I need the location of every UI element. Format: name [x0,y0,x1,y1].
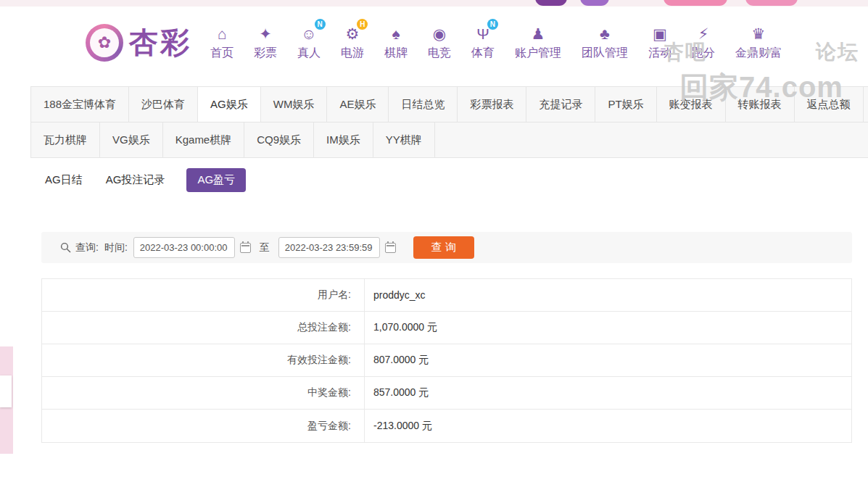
end-time-input[interactable] [278,237,380,258]
tab-item[interactable]: 瓦力棋牌 [31,122,100,157]
row-value: -213.0000 元 [365,410,432,442]
row-value: 857.0000 元 [365,377,429,409]
nav-item[interactable]: ♛ 金鼎财富 [735,24,782,61]
account-management-icon: ♟ [532,26,545,41]
tab-item[interactable]: Kgame棋牌 [163,122,245,157]
nav-badge: N [487,19,498,30]
nav-item-label: 活动 [648,46,671,61]
lottery-ticket-icon: ✦ [259,26,272,41]
table-row: 盈亏金额: -213.0000 元 [42,410,851,442]
start-time-input[interactable] [133,237,235,258]
nav-item[interactable]: ♣ 团队管理 [582,24,628,61]
nav-item-label: 电游 [341,46,364,61]
tab-item[interactable]: 沙巴体育 [129,87,198,122]
top-partial-button[interactable] [664,0,727,6]
query-button[interactable]: 查 询 [413,236,474,259]
tab-item[interactable]: AG娱乐 [198,87,261,122]
tab-item[interactable]: 转账报表 [726,87,795,122]
nav-item-label: 金鼎财富 [735,46,782,61]
tab-item[interactable]: 日结总览 [389,87,458,122]
main-nav: ⌂ 首页 ✦ 彩票 ☺ N 真人 [210,24,782,61]
tab-item[interactable]: 188金宝博体育 [31,87,129,122]
nav-item-label: 账户管理 [515,46,561,61]
query-bar: 查询: 时间: 至 查 询 [41,232,852,263]
nav-item[interactable]: ♟ 账户管理 [515,24,561,61]
nav-item[interactable]: ◉ 电竞 [428,24,451,61]
page: ✿ 杏彩 ⌂ 首页 ✦ 彩票 [0,0,868,490]
table-row: 用户名: proddyc_xc [42,279,851,312]
tabs-row-2: 瓦力棋牌VG娱乐Kgame棋牌CQ9娱乐IM娱乐YY棋牌 [30,122,868,158]
nav-item-label: 跑分 [692,46,715,61]
calendar-icon[interactable] [240,243,251,253]
tab-item[interactable]: 彩票报表 [458,87,526,122]
activity-gift-icon: ▣ [653,26,667,41]
tab-item[interactable]: CQ9娱乐 [244,122,314,157]
tab-item[interactable]: 充提记录 [526,87,595,122]
slot-games-icon: ⚙ [346,26,360,41]
subtab-bar: AG日结AG投注记录AG盈亏 [44,168,868,191]
table-row: 有效投注金额: 807.0000 元 [42,344,851,377]
brand-logo[interactable]: ✿ 杏彩 [86,22,191,62]
subtab-item[interactable]: AG投注记录 [104,168,167,192]
nav-badge: H [357,19,368,30]
row-label: 中奖金额: [42,377,365,409]
nav-item[interactable]: ⚡ 跑分 [692,24,715,61]
row-value: 1,070.0000 元 [365,312,437,344]
subtab-item[interactable]: AG日结 [44,168,84,192]
top-partial-button[interactable] [580,0,609,6]
home-icon: ⌂ [218,26,227,41]
tab-item[interactable]: 账变报表 [657,87,726,122]
tab-item[interactable]: WM娱乐 [261,87,328,122]
subtab-item[interactable]: AG盈亏 [186,168,246,192]
nav-item-label: 彩票 [254,46,277,61]
tab-item[interactable]: IM娱乐 [314,122,373,157]
esports-icon: ◉ [433,26,446,41]
search-icon [60,242,71,253]
wealth-treasure-icon: ♛ [752,26,766,41]
tab-item[interactable]: YY棋牌 [373,122,435,157]
brand-name: 杏彩 [129,22,191,62]
logo-icon: ✿ [86,24,123,62]
logo-flower-icon: ✿ [90,28,119,57]
team-management-icon: ♣ [600,26,610,41]
nav-item[interactable]: ♠ 棋牌 [384,24,408,61]
nav-item-label: 电竞 [428,46,451,61]
nav-item[interactable]: ⌂ 首页 [210,24,233,61]
sports-icon: Ψ [476,26,489,41]
nav-item[interactable]: ☺ N 真人 [297,24,321,61]
nav-item-label: 团队管理 [582,46,628,61]
time-label: 时间: [104,241,128,254]
nav-item[interactable]: ⚙ H 电游 [341,24,364,61]
nav-badge: N [315,19,326,30]
card-games-icon: ♠ [392,26,400,41]
nav-item[interactable]: ▣ 活动 [648,24,671,61]
tab-item[interactable]: VG娱乐 [100,122,163,157]
tab-item[interactable]: 返点总额 [795,87,864,122]
watermark-text-right: 论坛 [816,38,859,66]
row-label: 有效投注金额: [42,344,365,376]
live-casino-icon: ☺ [301,26,316,41]
side-widget-notch [0,375,12,407]
row-label: 用户名: [42,279,365,311]
nav-item[interactable]: Ψ N 体育 [471,24,495,61]
score-run-icon: ⚡ [698,26,709,41]
nav-item-label: 真人 [297,46,321,61]
nav-item-label: 体育 [471,46,495,61]
top-partial-button[interactable] [535,0,567,6]
row-label: 总投注金额: [42,312,365,344]
tab-item[interactable]: AE娱乐 [327,87,389,122]
site-header: ✿ 杏彩 ⌂ 首页 ✦ 彩票 [0,7,868,78]
top-partial-button[interactable] [745,0,798,6]
report-table: 用户名: proddyc_xc 总投注金额: 1,070.0000 元 有效投注… [41,278,852,443]
tab-item[interactable]: 余额查询 [864,87,868,122]
top-strip [0,0,868,7]
table-row: 总投注金额: 1,070.0000 元 [42,312,851,344]
calendar-icon[interactable] [385,243,396,253]
row-value: proddyc_xc [365,279,426,311]
to-label: 至 [260,241,270,254]
nav-item[interactable]: ✦ 彩票 [254,24,277,61]
nav-item-label: 棋牌 [384,46,408,61]
side-widget[interactable] [0,346,13,454]
tab-item[interactable]: PT娱乐 [595,87,656,122]
row-label: 盈亏金额: [42,410,365,442]
